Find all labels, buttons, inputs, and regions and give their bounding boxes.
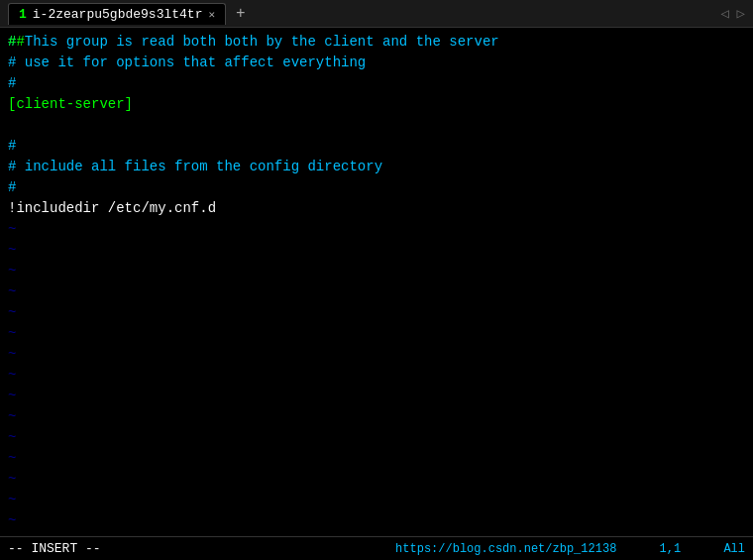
cursor-url: https://blog.csdn.net/zbp_12138 xyxy=(395,542,616,556)
code-line: !includedir /etc/my.cnf.d xyxy=(8,198,745,219)
code-line: ~ xyxy=(8,219,745,240)
code-line xyxy=(8,115,745,136)
code-line: # xyxy=(8,177,745,198)
new-tab-button[interactable]: + xyxy=(236,5,246,23)
code-line: ~ xyxy=(8,365,745,386)
code-line: ~ xyxy=(8,406,745,427)
nav-back-icon[interactable]: ◁ xyxy=(720,5,728,22)
code-line: [client-server] xyxy=(8,94,745,115)
code-line: # xyxy=(8,73,745,94)
code-line: # use it for options that affect everyth… xyxy=(8,53,745,73)
tab-close-icon[interactable]: ✕ xyxy=(208,8,215,21)
nav-forward-icon[interactable]: ▷ xyxy=(737,5,745,22)
code-line: ~ xyxy=(8,261,745,281)
editor-area[interactable]: ## # This group is read both both by the… xyxy=(0,28,753,536)
code-line: # xyxy=(8,136,745,157)
code-line: # This group is read both both by the cl… xyxy=(8,32,745,53)
code-line: ~ xyxy=(8,302,745,323)
code-line: ~ xyxy=(8,386,745,406)
active-tab[interactable]: 1 i-2zearpu5gbde9s3lt4tr ✕ xyxy=(8,3,226,25)
title-bar-right: ◁ ▷ xyxy=(720,5,745,22)
code-line: ~ xyxy=(8,427,745,448)
code-line: ~ xyxy=(8,323,745,344)
insert-mode-label: -- INSERT -- xyxy=(8,541,101,556)
tab-number: 1 xyxy=(19,7,27,22)
code-line: ~ xyxy=(8,344,745,365)
line-indicator: ## xyxy=(8,32,25,53)
code-line: ~ xyxy=(8,240,745,261)
code-line: ~ xyxy=(8,490,745,510)
code-content: # This group is read both both by the cl… xyxy=(8,32,745,531)
cursor-position: 1,1 xyxy=(660,542,682,556)
status-right-info: https://blog.csdn.net/zbp_12138 1,1 All xyxy=(395,542,745,556)
code-line: ~ xyxy=(8,469,745,490)
code-line: ~ xyxy=(8,448,745,469)
title-bar-left: 1 i-2zearpu5gbde9s3lt4tr ✕ + xyxy=(8,3,246,25)
tab-filename: i-2zearpu5gbde9s3lt4tr xyxy=(33,7,203,22)
code-line: ~ xyxy=(8,510,745,531)
code-line: ~ xyxy=(8,281,745,302)
code-line: # include all files from the config dire… xyxy=(8,157,745,177)
status-bar: -- INSERT -- https://blog.csdn.net/zbp_1… xyxy=(0,536,753,560)
scroll-position: All xyxy=(723,542,745,556)
title-bar: 1 i-2zearpu5gbde9s3lt4tr ✕ + ◁ ▷ xyxy=(0,0,753,28)
